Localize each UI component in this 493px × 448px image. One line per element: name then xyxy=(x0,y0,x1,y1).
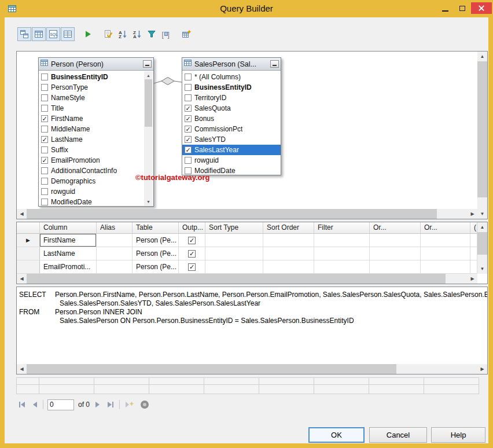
column-checkbox[interactable] xyxy=(41,199,48,205)
grid-column-header[interactable]: Alias xyxy=(97,222,133,234)
use-group-by-button[interactable]: [] xyxy=(159,27,173,41)
move-last-button[interactable] xyxy=(106,401,115,409)
cell-empty[interactable] xyxy=(470,247,477,260)
scroll-track[interactable] xyxy=(27,274,468,284)
ok-button[interactable]: OK xyxy=(308,427,365,443)
output-checkbox[interactable]: ✓ xyxy=(188,263,196,271)
cell-empty[interactable] xyxy=(205,260,263,274)
grid-column-header[interactable]: Sort Type xyxy=(205,222,263,234)
column-item[interactable]: NameStyle xyxy=(39,93,145,103)
column-checkbox[interactable]: ✓ xyxy=(41,157,48,164)
scroll-down-icon[interactable]: ▼ xyxy=(477,264,487,274)
column-checkbox[interactable] xyxy=(41,126,48,133)
scroll-thumb[interactable] xyxy=(477,232,487,255)
show-grid-pane-button[interactable] xyxy=(32,27,46,41)
column-checkbox[interactable]: ✓ xyxy=(41,115,48,122)
cell-empty[interactable] xyxy=(263,247,314,260)
scroll-track[interactable] xyxy=(477,61,487,209)
record-position-input[interactable] xyxy=(47,399,74,410)
column-checkbox[interactable] xyxy=(41,84,48,91)
inner-join-connector[interactable] xyxy=(154,74,182,90)
grid-column-header[interactable] xyxy=(17,222,40,234)
salesperson-table-minimize-button[interactable] xyxy=(270,60,279,68)
column-item[interactable]: ✓SalesQuota xyxy=(182,103,281,113)
cell-output[interactable]: ✓ xyxy=(179,234,205,247)
column-item[interactable]: rowguid xyxy=(182,155,281,166)
cell-empty[interactable] xyxy=(370,260,421,274)
column-item[interactable]: ✓LastName xyxy=(39,134,145,145)
cell-alias[interactable] xyxy=(97,260,133,274)
column-item[interactable]: TerritoryID xyxy=(182,93,281,103)
scroll-left-icon[interactable]: ◀ xyxy=(17,209,27,219)
grid-column-header[interactable]: Sort Order xyxy=(263,222,314,234)
scroll-down-icon[interactable]: ▼ xyxy=(144,197,153,205)
cell-empty[interactable] xyxy=(314,234,370,247)
cell-table[interactable]: Person (Pe... xyxy=(133,234,179,247)
new-row-button[interactable] xyxy=(124,399,135,410)
column-checkbox[interactable] xyxy=(185,74,192,80)
sort-descending-button[interactable]: ZA xyxy=(130,27,144,41)
column-checkbox[interactable] xyxy=(41,178,48,185)
scroll-thumb[interactable] xyxy=(145,79,152,127)
scroll-track[interactable] xyxy=(477,232,487,264)
output-checkbox[interactable]: ✓ xyxy=(188,237,196,244)
cell-empty[interactable] xyxy=(314,260,370,274)
grid-column-header[interactable]: Filter xyxy=(314,222,370,234)
column-item[interactable]: MiddleName xyxy=(39,124,145,134)
column-checkbox[interactable]: ✓ xyxy=(185,146,192,153)
column-checkbox[interactable]: ✓ xyxy=(41,136,48,143)
remove-filter-button[interactable] xyxy=(145,27,159,41)
diagram-table-person[interactable]: Person (Person) BusinessEntityIDPersonTy… xyxy=(38,57,154,207)
close-button[interactable] xyxy=(471,2,492,14)
column-item[interactable]: ✓Bonus xyxy=(182,113,281,124)
run-query-button[interactable] xyxy=(81,27,95,41)
grid-column-header[interactable]: Outp... xyxy=(179,222,205,234)
diagram-table-salesperson[interactable]: SalesPerson (Sal... * (All Columns)Busin… xyxy=(182,57,281,175)
column-checkbox[interactable]: ✓ xyxy=(185,126,192,133)
grid-row[interactable]: EmailPromoti...Person (Pe...✓ xyxy=(17,260,477,274)
cell-empty[interactable] xyxy=(470,234,477,247)
move-next-button[interactable] xyxy=(94,401,102,409)
cell-output[interactable]: ✓ xyxy=(179,260,205,274)
column-checkbox[interactable] xyxy=(41,146,48,153)
sql-horizontal-scrollbar[interactable]: ◀ ▶ xyxy=(17,364,487,374)
person-list-scrollbar[interactable]: ▲ ▼ xyxy=(144,71,153,205)
scroll-right-icon[interactable]: ▶ xyxy=(477,364,487,374)
column-item[interactable]: ✓EmailPromotion xyxy=(39,155,145,166)
scroll-thumb[interactable] xyxy=(27,209,437,219)
cell-empty[interactable] xyxy=(205,247,263,260)
column-item[interactable]: Demographics xyxy=(39,176,145,186)
column-item[interactable]: rowguid xyxy=(39,186,145,197)
help-button[interactable]: Help xyxy=(431,427,485,443)
grid-row[interactable]: ▶FirstNamePerson (Pe...✓ xyxy=(17,234,477,247)
row-selector[interactable]: ▶ xyxy=(17,234,40,247)
column-item[interactable]: PersonType xyxy=(39,82,145,93)
column-item[interactable]: ✓FirstName xyxy=(39,113,145,124)
cell-empty[interactable] xyxy=(470,260,477,274)
person-table-header[interactable]: Person (Person) xyxy=(39,58,153,71)
column-checkbox[interactable]: ✓ xyxy=(185,105,192,112)
column-checkbox[interactable] xyxy=(185,84,192,91)
grid-column-header[interactable]: Or... xyxy=(370,222,421,234)
cell-empty[interactable] xyxy=(314,247,370,260)
scroll-up-icon[interactable]: ▲ xyxy=(477,52,487,61)
column-checkbox[interactable] xyxy=(41,94,48,101)
column-item[interactable]: ✓CommissionPct xyxy=(182,124,281,134)
column-item[interactable]: Suffix xyxy=(39,145,145,155)
move-previous-button[interactable] xyxy=(31,401,39,409)
sql-text[interactable]: SELECTPerson.Person.FirstName, Person.Pe… xyxy=(17,287,487,364)
grid-column-header[interactable]: Table xyxy=(133,222,179,234)
show-diagram-pane-button[interactable] xyxy=(17,27,31,41)
cell-alias[interactable] xyxy=(97,247,133,260)
scroll-thumb[interactable] xyxy=(477,61,487,197)
person-table-minimize-button[interactable] xyxy=(143,60,152,68)
cell-empty[interactable] xyxy=(370,234,421,247)
stop-refresh-button[interactable] xyxy=(139,399,150,410)
row-selector[interactable] xyxy=(17,260,40,274)
cell-empty[interactable] xyxy=(421,234,470,247)
column-checkbox[interactable]: ✓ xyxy=(185,136,192,143)
minimize-button[interactable] xyxy=(436,2,454,14)
grid-vertical-scrollbar[interactable]: ▲ ▼ xyxy=(477,222,487,274)
scroll-track[interactable] xyxy=(27,209,468,219)
output-checkbox[interactable]: ✓ xyxy=(188,250,196,258)
